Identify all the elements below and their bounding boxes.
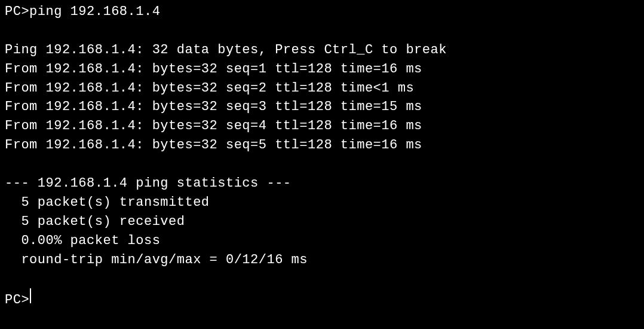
stats-rtt: round-trip min/avg/max = 0/12/16 ms: [5, 251, 639, 270]
input-prompt-line[interactable]: PC>: [5, 288, 639, 309]
blank-line: [5, 269, 639, 288]
ping-reply: From 192.168.1.4: bytes=32 seq=1 ttl=128…: [5, 60, 639, 79]
prompt: PC>: [5, 4, 29, 19]
stats-received: 5 packet(s) received: [5, 212, 639, 231]
prompt: PC>: [5, 291, 29, 310]
stats-transmitted: 5 packet(s) transmitted: [5, 193, 639, 212]
cursor-icon: [30, 288, 31, 303]
command-line: PC>ping 192.168.1.4: [5, 2, 639, 22]
ping-reply: From 192.168.1.4: bytes=32 seq=5 ttl=128…: [5, 136, 639, 155]
blank-line: [5, 155, 639, 174]
ping-header: Ping 192.168.1.4: 32 data bytes, Press C…: [5, 41, 639, 60]
ping-reply: From 192.168.1.4: bytes=32 seq=4 ttl=128…: [5, 117, 639, 136]
command-text: ping 192.168.1.4: [29, 4, 160, 19]
blank-line: [5, 22, 639, 41]
stats-loss: 0.00% packet loss: [5, 231, 639, 251]
ping-reply: From 192.168.1.4: bytes=32 seq=3 ttl=128…: [5, 98, 639, 117]
ping-reply: From 192.168.1.4: bytes=32 seq=2 ttl=128…: [5, 79, 639, 98]
stats-header: --- 192.168.1.4 ping statistics ---: [5, 174, 639, 193]
